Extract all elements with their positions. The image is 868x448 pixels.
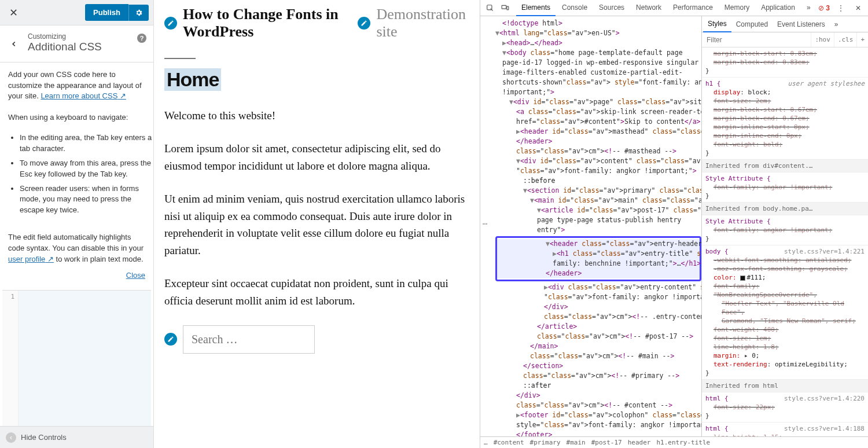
crumb[interactable]: h1.entry-title: [656, 439, 710, 446]
paragraph: Ut enim ad minim veniam, quis nostrud ex…: [164, 190, 466, 259]
tab-performance[interactable]: Performance: [668, 0, 718, 16]
row-actions-icon[interactable]: ⋯: [483, 19, 495, 229]
page-title: Additional CSS: [28, 41, 145, 54]
tabs-overflow-icon[interactable]: »: [830, 17, 843, 32]
devtools-menu-icon[interactable]: ⋮: [834, 2, 847, 14]
description-text: Add your own CSS code here to customize …: [0, 63, 153, 106]
keyboard-list: In the editing area, the Tab key enters …: [8, 129, 153, 219]
publish-button[interactable]: Publish: [85, 4, 128, 21]
paragraph: Lorem ipsum dolor sit amet, consectetur …: [164, 140, 466, 174]
devtools: Elements Console Sources Network Perform…: [480, 0, 868, 448]
title-separator: [164, 58, 196, 59]
paragraph: Welcome to this website!: [164, 107, 466, 124]
user-profile-link[interactable]: user profile ↗: [8, 255, 54, 263]
new-rule-icon[interactable]: +: [856, 32, 868, 47]
tab-event-listeners[interactable]: Event Listeners: [773, 17, 830, 32]
breadcrumb-bar[interactable]: … #content #primary #main #post-17 heade…: [480, 436, 868, 448]
learn-more-link[interactable]: Learn more about CSS ↗: [41, 91, 126, 100]
crumb[interactable]: #post-17: [591, 439, 622, 446]
paragraph: Excepteur sint occaecat cupidatat non pr…: [164, 275, 466, 309]
customizer-sidebar: ✕ Publish ? Customizing Additional CSS A…: [0, 0, 154, 448]
external-link-icon: ↗: [47, 255, 54, 263]
close-description-link[interactable]: Close: [0, 269, 153, 280]
list-item: To move away from this area, press the E…: [20, 158, 153, 180]
help-icon[interactable]: ?: [137, 34, 146, 43]
device-toggle-icon[interactable]: [499, 2, 512, 14]
svg-rect-2: [507, 6, 509, 10]
line-gutter: 1: [2, 291, 19, 426]
devtools-toolbar: Elements Console Sources Network Perform…: [480, 0, 868, 16]
customizer-topbar: ✕ Publish: [0, 0, 153, 25]
cls-toggle[interactable]: .cls: [834, 32, 857, 47]
edit-shortcut-icon[interactable]: [358, 17, 370, 30]
site-preview: How to Change Fonts in WordPress Demonst…: [154, 0, 480, 448]
list-item: In the editing area, the Tab key enters …: [20, 133, 153, 155]
external-link-icon: ↗: [120, 91, 126, 100]
inherited-header: Inherited from div#content.…: [702, 160, 868, 172]
crumb[interactable]: …: [484, 439, 488, 446]
tab-memory[interactable]: Memory: [719, 0, 755, 16]
hov-toggle[interactable]: :hov: [811, 32, 834, 47]
tab-computed[interactable]: Computed: [731, 17, 773, 32]
crumb[interactable]: #main: [567, 439, 586, 446]
crumb-label: Customizing: [28, 32, 145, 41]
inherited-header: Inherited from body.home.pa…: [702, 203, 868, 215]
site-description: Demonstration site: [376, 6, 466, 41]
tab-console[interactable]: Console: [557, 0, 593, 16]
back-button[interactable]: [6, 36, 22, 52]
keyboard-intro: When using a keyboard to navigate:: [0, 105, 153, 127]
breadcrumb: ? Customizing Additional CSS: [0, 25, 153, 63]
crumb[interactable]: #content: [494, 439, 524, 446]
list-item: Screen reader users: when in forms mode,…: [20, 183, 153, 216]
tab-sources[interactable]: Sources: [594, 0, 630, 16]
edit-shortcut-icon[interactable]: [164, 17, 177, 30]
tab-styles[interactable]: Styles: [703, 16, 731, 32]
styles-panel: Styles Computed Event Listeners » :hov .…: [701, 16, 868, 436]
elements-panel[interactable]: ⋯ <!doctype html>▼<html lang="class="av"…: [480, 16, 701, 436]
crumb[interactable]: #primary: [530, 439, 561, 446]
site-header: How to Change Fonts in WordPress Demonst…: [164, 6, 466, 41]
inspect-icon[interactable]: [484, 2, 496, 14]
search-input[interactable]: [183, 325, 315, 354]
selected-node-highlight: ▼<header class="class="av">entry-header"…: [495, 236, 701, 281]
edit-shortcut-icon[interactable]: [164, 333, 177, 346]
tab-network[interactable]: Network: [631, 0, 667, 16]
svg-rect-1: [502, 5, 506, 9]
site-title[interactable]: How to Change Fonts in WordPress: [183, 6, 352, 41]
publish-settings-button[interactable]: [128, 5, 149, 21]
tab-elements[interactable]: Elements: [516, 0, 556, 16]
inherited-header: Inherited from html: [702, 380, 868, 392]
entry-content: Welcome to this website! Lorem ipsum dol…: [164, 107, 466, 309]
gear-icon: [135, 9, 143, 17]
error-badge[interactable]: ⊘ 3: [818, 4, 830, 12]
close-icon[interactable]: ✕: [5, 3, 23, 23]
tab-application[interactable]: Application: [756, 0, 800, 16]
devtools-close-icon[interactable]: ✕: [852, 2, 865, 14]
hide-controls-button[interactable]: ‹ Hide Controls: [0, 426, 153, 448]
devtools-tabs: Elements Console Sources Network Perform…: [516, 0, 816, 16]
crumb[interactable]: header: [628, 439, 651, 446]
css-editor[interactable]: 1: [2, 290, 151, 426]
styles-filter-input[interactable]: [702, 36, 811, 44]
tabs-overflow-icon[interactable]: »: [801, 0, 816, 16]
css-textarea[interactable]: [19, 291, 151, 426]
syntax-note: The edit field automatically highlights …: [0, 225, 153, 269]
chevron-left-icon: ‹: [6, 432, 16, 443]
style-rules[interactable]: margin-block-start: 0.83em; margin-block…: [702, 47, 868, 436]
entry-title: Home: [164, 68, 221, 91]
